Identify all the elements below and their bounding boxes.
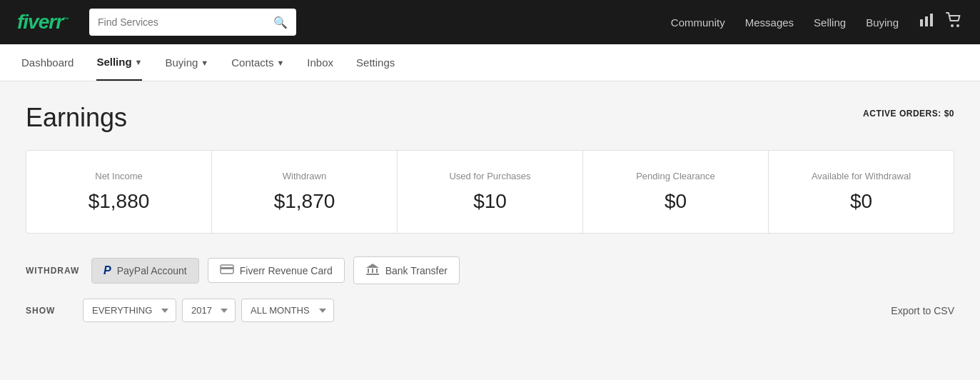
show-filter-month[interactable]: ALL MONTHS JANUARY FEBRUARY MARCH APRIL …: [241, 299, 334, 322]
withdraw-label: WITHDRAW: [26, 266, 83, 276]
export-csv-link[interactable]: Export to CSV: [891, 305, 954, 316]
show-filter-year[interactable]: 2017 2016 2015: [182, 299, 236, 322]
stat-used-purchases: Used for Purchases $10: [398, 151, 583, 233]
paypal-icon: P: [103, 264, 111, 277]
svg-rect-8: [368, 269, 369, 273]
subnav-dashboard[interactable]: Dashboard: [21, 44, 74, 81]
stat-withdrawn-value: $1,870: [226, 190, 383, 213]
svg-rect-6: [221, 267, 233, 269]
buying-link[interactable]: Buying: [866, 16, 899, 29]
earnings-title: Earnings: [26, 103, 127, 133]
sub-nav: Dashboard Selling ▼ Buying ▼ Contacts ▼ …: [0, 44, 980, 81]
stat-available-withdrawal-value: $0: [783, 190, 939, 213]
withdraw-section: WITHDRAW P PayPal Account Fiverr Revenue…: [26, 256, 954, 284]
top-nav-links: Community Messages Selling Buying: [671, 12, 963, 32]
buying-chevron: ▼: [201, 59, 208, 67]
revenue-card-withdraw-button[interactable]: Fiverr Revenue Card: [208, 258, 345, 283]
earnings-header: Earnings ACTIVE ORDERS: $0: [26, 103, 954, 133]
subnav-buying[interactable]: Buying ▼: [165, 44, 208, 81]
stat-net-income-label: Net Income: [41, 171, 197, 181]
bank-transfer-withdraw-button[interactable]: Bank Transfer: [353, 256, 460, 284]
active-orders-label: ACTIVE ORDERS:: [863, 109, 941, 119]
top-nav-icons: [919, 12, 963, 32]
subnav-inbox[interactable]: Inbox: [307, 44, 333, 81]
main-content: Earnings ACTIVE ORDERS: $0 Net Income $1…: [0, 81, 980, 367]
show-controls: EVERYTHING 2017 2016 2015 ALL MONTHS JAN…: [83, 299, 891, 322]
bank-icon: [365, 263, 380, 278]
svg-point-4: [956, 24, 959, 27]
subnav-contacts[interactable]: Contacts ▼: [231, 44, 284, 81]
stat-available-withdrawal: Available for Withdrawal $0: [769, 151, 954, 233]
svg-rect-1: [925, 16, 928, 26]
selling-link[interactable]: Selling: [814, 16, 846, 29]
show-label: SHOW: [26, 306, 83, 316]
community-link[interactable]: Community: [671, 16, 725, 29]
top-nav: fiverr™ 🔍 Community Messages Selling Buy…: [0, 0, 980, 44]
stat-net-income-value: $1,880: [41, 190, 197, 213]
chart-icon[interactable]: [919, 12, 934, 32]
search-input[interactable]: [98, 16, 268, 28]
stats-box: Net Income $1,880 Withdrawn $1,870 Used …: [26, 150, 954, 234]
active-orders-value: $0: [944, 109, 954, 119]
svg-rect-9: [372, 269, 373, 273]
svg-rect-2: [930, 14, 933, 26]
messages-link[interactable]: Messages: [745, 16, 794, 29]
paypal-withdraw-button[interactable]: P PayPal Account: [91, 258, 199, 284]
stat-net-income: Net Income $1,880: [26, 151, 212, 233]
svg-rect-11: [366, 274, 379, 275]
card-icon: [220, 264, 234, 276]
stat-pending-clearance: Pending Clearance $0: [583, 151, 769, 233]
subnav-settings[interactable]: Settings: [356, 44, 395, 81]
stat-used-purchases-value: $10: [412, 190, 568, 213]
selling-chevron: ▼: [135, 58, 143, 66]
cart-icon[interactable]: [946, 12, 963, 32]
stat-pending-clearance-label: Pending Clearance: [597, 171, 754, 181]
search-icon: 🔍: [273, 16, 288, 29]
show-section: SHOW EVERYTHING 2017 2016 2015 ALL MONTH…: [26, 299, 954, 322]
search-bar: 🔍: [89, 9, 296, 36]
svg-marker-7: [366, 264, 379, 268]
paypal-button-label: PayPal Account: [117, 265, 187, 276]
svg-rect-0: [920, 19, 923, 26]
active-orders-section: ACTIVE ORDERS: $0: [863, 109, 954, 119]
svg-rect-10: [376, 269, 378, 273]
stat-pending-clearance-value: $0: [597, 190, 754, 213]
stat-withdrawn: Withdrawn $1,870: [212, 151, 398, 233]
fiverr-logo[interactable]: fiverr™: [17, 11, 68, 34]
contacts-chevron: ▼: [276, 59, 284, 67]
stat-available-withdrawal-label: Available for Withdrawal: [783, 171, 939, 181]
revenue-card-button-label: Fiverr Revenue Card: [240, 265, 333, 276]
svg-point-3: [951, 24, 954, 27]
stat-used-purchases-label: Used for Purchases: [412, 171, 568, 181]
subnav-selling[interactable]: Selling ▼: [96, 44, 142, 81]
stat-withdrawn-label: Withdrawn: [226, 171, 383, 181]
show-filter-type[interactable]: EVERYTHING: [83, 299, 176, 322]
bank-transfer-button-label: Bank Transfer: [385, 265, 448, 276]
